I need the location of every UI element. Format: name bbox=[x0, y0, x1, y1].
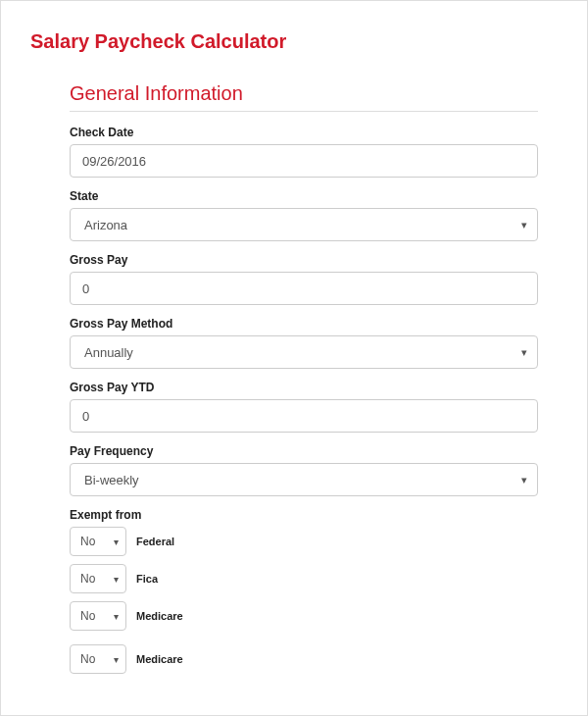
exempt-medicare-1-select[interactable]: No bbox=[70, 601, 126, 631]
section-divider bbox=[70, 111, 538, 112]
pay-frequency-label: Pay Frequency bbox=[70, 444, 538, 458]
exempt-row-medicare-2: No Medicare bbox=[70, 644, 538, 674]
exempt-medicare-2-label: Medicare bbox=[136, 653, 183, 665]
gross-pay-ytd-input[interactable] bbox=[70, 399, 538, 433]
field-pay-frequency: Pay Frequency Bi-weekly bbox=[70, 444, 538, 496]
gross-pay-method-select[interactable]: Annually bbox=[70, 335, 538, 369]
page-title: Salary Paycheck Calculator bbox=[30, 30, 558, 53]
gross-pay-method-select-value: Annually bbox=[84, 345, 133, 360]
field-check-date: Check Date bbox=[70, 126, 538, 178]
form-container: General Information Check Date State Ari… bbox=[30, 82, 558, 674]
state-select-value: Arizona bbox=[84, 218, 127, 232]
exempt-row-federal: No Federal bbox=[70, 527, 538, 556]
exempt-fica-label: Fica bbox=[136, 573, 158, 585]
exempt-medicare-1-label: Medicare bbox=[136, 610, 183, 622]
exempt-row-medicare-1: No Medicare bbox=[70, 601, 538, 631]
gross-pay-ytd-label: Gross Pay YTD bbox=[70, 381, 538, 394]
exempt-fica-select[interactable]: No bbox=[70, 564, 126, 593]
field-gross-pay: Gross Pay bbox=[70, 253, 538, 305]
field-state: State Arizona bbox=[70, 189, 538, 241]
exempt-federal-label: Federal bbox=[136, 536, 174, 547]
pay-frequency-select[interactable]: Bi-weekly bbox=[70, 463, 538, 496]
check-date-label: Check Date bbox=[70, 126, 538, 139]
field-gross-pay-ytd: Gross Pay YTD bbox=[70, 381, 538, 433]
exempt-medicare-2-value: No bbox=[80, 652, 95, 666]
exempt-medicare-1-value: No bbox=[80, 609, 95, 623]
state-select[interactable]: Arizona bbox=[70, 208, 538, 241]
exempt-federal-select[interactable]: No bbox=[70, 527, 126, 556]
gross-pay-label: Gross Pay bbox=[70, 253, 538, 267]
check-date-input[interactable] bbox=[70, 144, 538, 178]
exempt-fica-value: No bbox=[80, 572, 95, 586]
gross-pay-method-label: Gross Pay Method bbox=[70, 317, 538, 331]
pay-frequency-select-value: Bi-weekly bbox=[84, 473, 139, 487]
field-exempt-from: Exempt from No Federal No Fica No Medica… bbox=[70, 508, 538, 674]
exempt-federal-value: No bbox=[80, 535, 95, 548]
state-label: State bbox=[70, 189, 538, 203]
gross-pay-input[interactable] bbox=[70, 272, 538, 305]
exempt-row-fica: No Fica bbox=[70, 564, 538, 593]
section-title: General Information bbox=[70, 82, 538, 105]
field-gross-pay-method: Gross Pay Method Annually bbox=[70, 317, 538, 369]
exempt-from-label: Exempt from bbox=[70, 508, 538, 522]
exempt-medicare-2-select[interactable]: No bbox=[70, 644, 126, 674]
